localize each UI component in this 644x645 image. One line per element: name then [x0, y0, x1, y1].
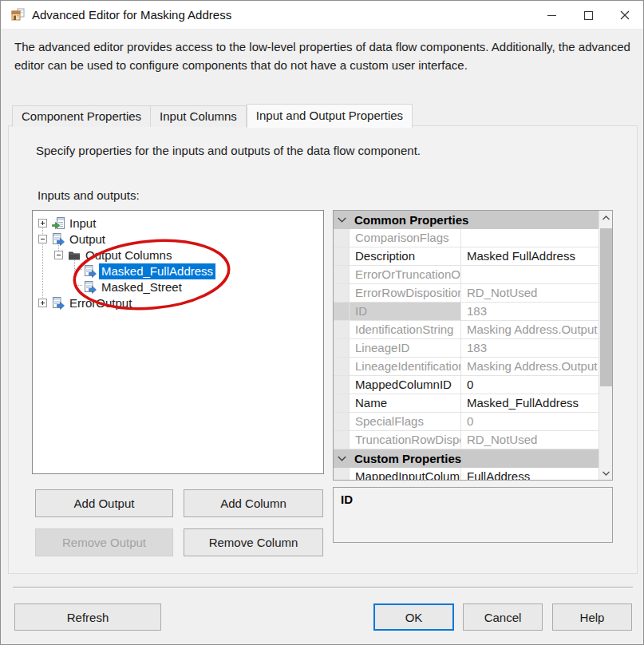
- grid-section-title: Common Properties: [354, 213, 468, 227]
- scrollbar-down-icon[interactable]: [599, 466, 613, 480]
- maximize-icon: [584, 11, 593, 20]
- property-value[interactable]: RD_NotUsed: [461, 284, 599, 302]
- minimize-button[interactable]: [533, 1, 570, 30]
- grid-row-margin: [334, 247, 350, 265]
- ok-button[interactable]: OK: [373, 603, 454, 631]
- intro-text: The advanced editor provides access to t…: [14, 38, 630, 74]
- property-row-specialflags[interactable]: SpecialFlags0: [334, 413, 599, 431]
- property-name: SpecialFlags: [350, 413, 461, 430]
- folder-icon: [68, 249, 81, 262]
- expand-icon[interactable]: [38, 219, 47, 228]
- property-grid-scrollbar[interactable]: [599, 211, 612, 480]
- property-name: TruncationRowDisposition: [350, 431, 461, 449]
- tree-item-input[interactable]: Input: [33, 216, 323, 231]
- tree-item-output[interactable]: Output: [33, 231, 323, 247]
- collapse-icon[interactable]: [54, 251, 63, 259]
- property-grid: Common PropertiesComparisonFlagsDescript…: [333, 210, 613, 481]
- property-value[interactable]: [461, 266, 599, 283]
- property-row-errorrowdisposition[interactable]: ErrorRowDispositionRD_NotUsed: [334, 284, 599, 303]
- property-name: Name: [350, 394, 461, 412]
- property-description-box: ID: [333, 487, 613, 543]
- property-row-truncationrowdisposition[interactable]: TruncationRowDispositionRD_NotUsed: [334, 431, 599, 449]
- inputs-outputs-tree: InputOutputOutput ColumnsMasked_FullAddr…: [32, 210, 324, 474]
- column-icon: [84, 281, 97, 294]
- property-value[interactable]: 183: [461, 303, 599, 320]
- tree-item-label: Input: [67, 216, 98, 231]
- property-value[interactable]: FullAddress: [461, 468, 599, 481]
- grid-section-title: Custom Properties: [354, 452, 461, 465]
- property-name: IdentificationString: [350, 321, 461, 338]
- property-value[interactable]: 0: [461, 413, 599, 430]
- tree-item-label: Output Columns: [83, 247, 174, 263]
- property-row-lineageid[interactable]: LineageID183: [334, 339, 599, 358]
- cancel-button[interactable]: Cancel: [463, 603, 543, 631]
- property-row-lineageidentificationstring[interactable]: LineageIdentificationStringMasking Addre…: [334, 358, 599, 376]
- grid-row-margin: [334, 266, 350, 283]
- property-name: MappedInputColumn: [350, 468, 461, 481]
- property-name: LineageIdentificationString: [350, 358, 461, 375]
- property-row-mappedinputcolumn[interactable]: MappedInputColumnFullAddress: [334, 468, 599, 481]
- tab-component-properties[interactable]: Component Properties: [12, 105, 151, 127]
- input-icon: [52, 217, 65, 230]
- grid-section-common-properties[interactable]: Common Properties: [334, 211, 599, 229]
- grid-row-margin: [334, 358, 350, 375]
- maximize-button[interactable]: [570, 1, 606, 30]
- column-icon: [84, 265, 97, 278]
- output-icon: [52, 297, 65, 310]
- property-row-id[interactable]: ID183: [334, 303, 599, 321]
- tree-item-erroroutput[interactable]: ErrorOutput: [33, 295, 323, 311]
- property-name: MappedColumnID: [350, 376, 461, 394]
- remove-column-button[interactable]: Remove Column: [184, 528, 323, 556]
- help-button[interactable]: Help: [552, 603, 632, 631]
- grid-row-margin: [334, 339, 350, 357]
- property-row-identificationstring[interactable]: IdentificationStringMasking Address.Outp…: [334, 321, 599, 339]
- grid-row-margin: [334, 431, 350, 449]
- title-bar: Advanced Editor for Masking Address: [1, 1, 643, 30]
- add-column-button[interactable]: Add Column: [184, 489, 323, 517]
- chevron-down-icon[interactable]: [334, 456, 350, 461]
- property-value[interactable]: Masked_FullAddress: [461, 394, 599, 412]
- property-value[interactable]: 0: [461, 376, 599, 394]
- add-output-button[interactable]: Add Output: [35, 489, 173, 517]
- page-instruction: Specify properties for the inputs and ou…: [36, 144, 421, 157]
- tree-item-output-columns[interactable]: Output Columns: [33, 247, 323, 263]
- property-name: ID: [350, 303, 461, 320]
- app-icon: [11, 8, 25, 22]
- remove-output-button[interactable]: Remove Output: [35, 528, 173, 556]
- tree-item-label: ErrorOutput: [67, 295, 134, 311]
- tab-input-columns[interactable]: Input Columns: [151, 105, 247, 127]
- property-row-mappedcolumnid[interactable]: MappedColumnID0: [334, 376, 599, 394]
- grid-row-margin: [334, 413, 350, 430]
- collapse-icon[interactable]: [38, 235, 47, 243]
- chevron-down-icon[interactable]: [334, 217, 350, 223]
- grid-row-margin: [334, 284, 350, 302]
- tree-item-masked-fulladdress[interactable]: Masked_FullAddress: [33, 263, 323, 279]
- tab-page: Specify properties for the inputs and ou…: [8, 125, 638, 574]
- scrollbar-thumb[interactable]: [600, 228, 612, 386]
- grid-row-margin: [334, 321, 350, 338]
- property-row-comparisonflags[interactable]: ComparisonFlags: [334, 229, 599, 247]
- inputs-outputs-label: Inputs and outputs:: [38, 188, 140, 202]
- property-name: LineageID: [350, 339, 461, 357]
- property-value[interactable]: RD_NotUsed: [461, 431, 599, 449]
- grid-section-custom-properties[interactable]: Custom Properties: [334, 449, 599, 468]
- grid-row-margin: [334, 229, 350, 247]
- property-row-name[interactable]: NameMasked_FullAddress: [334, 394, 599, 413]
- close-button[interactable]: [606, 1, 643, 30]
- footer-separator: [13, 587, 633, 588]
- property-value[interactable]: Masking Address.Output: [461, 321, 599, 338]
- expand-icon[interactable]: [38, 299, 47, 307]
- property-row-errorortruncationoperation[interactable]: ErrorOrTruncationOperation: [334, 266, 599, 284]
- property-value[interactable]: [461, 229, 599, 247]
- property-name: ErrorOrTruncationOperation: [350, 266, 461, 283]
- refresh-button[interactable]: Refresh: [14, 603, 161, 631]
- window-title: Advanced Editor for Masking Address: [32, 8, 231, 22]
- property-name: Description: [350, 247, 461, 265]
- property-value[interactable]: 183: [461, 339, 599, 357]
- property-value[interactable]: Masked FullAddress: [461, 247, 599, 265]
- tree-item-masked-street[interactable]: Masked_Street: [33, 279, 323, 295]
- property-value[interactable]: Masking Address.Output: [461, 358, 599, 375]
- property-row-description[interactable]: DescriptionMasked FullAddress: [334, 247, 599, 266]
- scrollbar-up-icon[interactable]: [599, 211, 613, 224]
- tab-input-and-output-properties[interactable]: Input and Output Properties: [247, 104, 413, 128]
